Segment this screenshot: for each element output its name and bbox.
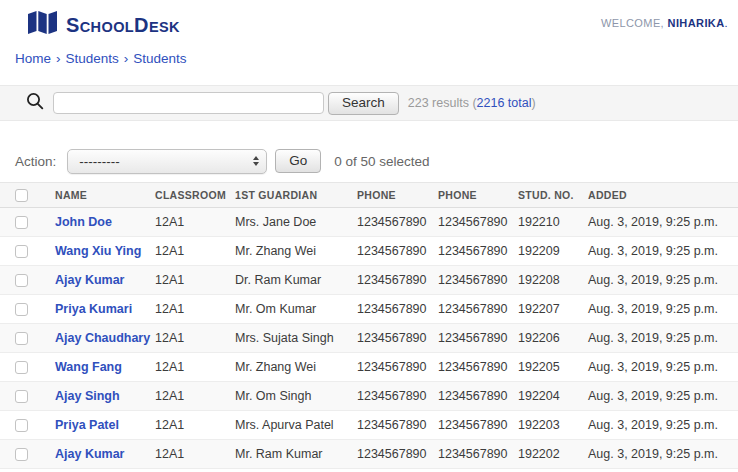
select-all-checkbox[interactable] bbox=[15, 189, 28, 202]
student-no-cell: 192205 bbox=[518, 360, 588, 374]
action-select[interactable]: --------- bbox=[67, 149, 267, 174]
added-cell: Aug. 3, 2019, 9:25 p.m. bbox=[588, 215, 738, 229]
table-row: Priya Patel 12A1 Mrs. Apurva Patel 12345… bbox=[0, 411, 738, 440]
phone-cell-1: 1234567890 bbox=[357, 360, 438, 374]
table-row: Wang Fang 12A1 Mr. Zhang Wei 1234567890 … bbox=[0, 353, 738, 382]
breadcrumb: Home›Students›Students bbox=[0, 42, 738, 66]
student-name-link[interactable]: Priya Patel bbox=[55, 418, 119, 432]
guardian-cell: Mrs. Jane Doe bbox=[235, 215, 357, 229]
row-checkbox[interactable] bbox=[15, 332, 28, 345]
row-checkbox[interactable] bbox=[15, 245, 28, 258]
search-input[interactable] bbox=[53, 92, 324, 114]
column-header-classroom[interactable]: CLASSROOM bbox=[155, 189, 235, 201]
breadcrumb-separator: › bbox=[56, 51, 61, 66]
added-cell: Aug. 3, 2019, 9:25 p.m. bbox=[588, 302, 738, 316]
student-no-cell: 192209 bbox=[518, 244, 588, 258]
welcome-text: WELCOME, NIHARIKA. bbox=[601, 17, 728, 29]
added-cell: Aug. 3, 2019, 9:25 p.m. bbox=[588, 273, 738, 287]
guardian-cell: Mr. Ram Kumar bbox=[235, 447, 357, 461]
phone-cell-2: 1234567890 bbox=[438, 418, 518, 432]
row-checkbox[interactable] bbox=[15, 361, 28, 374]
table-row: Wang Xiu Ying 12A1 Mr. Zhang Wei 1234567… bbox=[0, 237, 738, 266]
student-no-cell: 192202 bbox=[518, 447, 588, 461]
action-label: Action: bbox=[15, 154, 56, 169]
row-checkbox[interactable] bbox=[15, 274, 28, 287]
guardian-cell: Mrs. Apurva Patel bbox=[235, 418, 357, 432]
breadcrumb-link-home[interactable]: Home bbox=[15, 51, 51, 66]
book-icon bbox=[28, 10, 57, 39]
select-stepper-icon bbox=[253, 156, 259, 166]
student-name-link[interactable]: Priya Kumari bbox=[55, 302, 132, 316]
selection-status: 0 of 50 selected bbox=[334, 154, 429, 169]
student-name-link[interactable]: Wang Xiu Ying bbox=[55, 244, 141, 258]
table-header-row: NAME CLASSROOM 1ST GUARDIAN PHONE PHONE … bbox=[0, 182, 738, 208]
classroom-cell: 12A1 bbox=[155, 331, 235, 345]
phone-cell-1: 1234567890 bbox=[357, 273, 438, 287]
students-table: NAME CLASSROOM 1ST GUARDIAN PHONE PHONE … bbox=[0, 182, 738, 469]
added-cell: Aug. 3, 2019, 9:25 p.m. bbox=[588, 389, 738, 403]
action-bar: Action: --------- Go 0 of 50 selected bbox=[0, 148, 738, 174]
student-name-link[interactable]: Wang Fang bbox=[55, 360, 122, 374]
guardian-cell: Dr. Ram Kumar bbox=[235, 273, 357, 287]
go-button[interactable]: Go bbox=[275, 149, 321, 173]
column-header-phone-2[interactable]: PHONE bbox=[438, 189, 518, 201]
student-no-cell: 192206 bbox=[518, 331, 588, 345]
classroom-cell: 12A1 bbox=[155, 302, 235, 316]
row-checkbox[interactable] bbox=[15, 419, 28, 432]
guardian-cell: Mr. Zhang Wei bbox=[235, 360, 357, 374]
classroom-cell: 12A1 bbox=[155, 360, 235, 374]
column-header-added[interactable]: ADDED bbox=[588, 189, 738, 201]
search-icon bbox=[26, 92, 44, 114]
student-name-link[interactable]: Ajay Kumar bbox=[55, 447, 124, 461]
row-checkbox[interactable] bbox=[15, 216, 28, 229]
phone-cell-2: 1234567890 bbox=[438, 273, 518, 287]
student-name-link[interactable]: Ajay Singh bbox=[55, 389, 120, 403]
brand-logo[interactable]: SCHOOLDESK bbox=[28, 10, 180, 39]
added-cell: Aug. 3, 2019, 9:25 p.m. bbox=[588, 244, 738, 258]
student-no-cell: 192207 bbox=[518, 302, 588, 316]
added-cell: Aug. 3, 2019, 9:25 p.m. bbox=[588, 447, 738, 461]
student-name-link[interactable]: Ajay Chaudhary bbox=[55, 331, 150, 345]
breadcrumb-link-students[interactable]: Students bbox=[66, 51, 119, 66]
table-row: John Doe 12A1 Mrs. Jane Doe 1234567890 1… bbox=[0, 208, 738, 237]
phone-cell-1: 1234567890 bbox=[357, 302, 438, 316]
total-results-link[interactable]: 2216 total bbox=[477, 96, 532, 110]
phone-cell-2: 1234567890 bbox=[438, 215, 518, 229]
table-row: Ajay Kumar 12A1 Dr. Ram Kumar 1234567890… bbox=[0, 266, 738, 295]
added-cell: Aug. 3, 2019, 9:25 p.m. bbox=[588, 331, 738, 345]
row-checkbox[interactable] bbox=[15, 448, 28, 461]
classroom-cell: 12A1 bbox=[155, 273, 235, 287]
student-name-link[interactable]: Ajay Kumar bbox=[55, 273, 124, 287]
guardian-cell: Mr. Om Kumar bbox=[235, 302, 357, 316]
phone-cell-2: 1234567890 bbox=[438, 244, 518, 258]
table-row: Priya Kumari 12A1 Mr. Om Kumar 123456789… bbox=[0, 295, 738, 324]
table-body: John Doe 12A1 Mrs. Jane Doe 1234567890 1… bbox=[0, 208, 738, 469]
column-header-phone-1[interactable]: PHONE bbox=[357, 189, 438, 201]
phone-cell-1: 1234567890 bbox=[357, 389, 438, 403]
column-header-stud-no[interactable]: STUD. NO. bbox=[518, 189, 588, 201]
row-checkbox[interactable] bbox=[15, 390, 28, 403]
guardian-cell: Mr. Zhang Wei bbox=[235, 244, 357, 258]
added-cell: Aug. 3, 2019, 9:25 p.m. bbox=[588, 418, 738, 432]
classroom-cell: 12A1 bbox=[155, 215, 235, 229]
username: NIHARIKA bbox=[668, 17, 725, 29]
phone-cell-1: 1234567890 bbox=[357, 215, 438, 229]
search-results-count: 223 results (2216 total) bbox=[408, 96, 536, 110]
classroom-cell: 12A1 bbox=[155, 244, 235, 258]
brand-name: SCHOOLDESK bbox=[66, 15, 180, 35]
phone-cell-2: 1234567890 bbox=[438, 302, 518, 316]
classroom-cell: 12A1 bbox=[155, 447, 235, 461]
student-name-link[interactable]: John Doe bbox=[55, 215, 112, 229]
breadcrumb-separator: › bbox=[124, 51, 129, 66]
row-checkbox[interactable] bbox=[15, 303, 28, 316]
breadcrumb-current: Students bbox=[133, 51, 186, 66]
search-button[interactable]: Search bbox=[328, 92, 399, 115]
student-no-cell: 192204 bbox=[518, 389, 588, 403]
phone-cell-2: 1234567890 bbox=[438, 389, 518, 403]
student-no-cell: 192203 bbox=[518, 418, 588, 432]
table-row: Ajay Singh 12A1 Mr. Om Singh 1234567890 … bbox=[0, 382, 738, 411]
phone-cell-1: 1234567890 bbox=[357, 244, 438, 258]
classroom-cell: 12A1 bbox=[155, 418, 235, 432]
column-header-name[interactable]: NAME bbox=[55, 189, 155, 201]
column-header-guardian[interactable]: 1ST GUARDIAN bbox=[235, 189, 357, 201]
